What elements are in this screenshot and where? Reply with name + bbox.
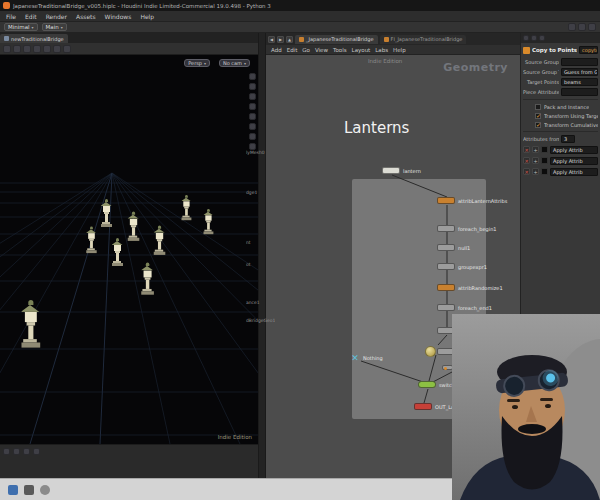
net-back-button[interactable]: ◀	[268, 36, 275, 43]
param-tab-icon-1[interactable]	[523, 35, 529, 41]
person-brow	[540, 398, 553, 401]
taskbar-app-icon-3[interactable]	[40, 485, 50, 495]
network-tab-2[interactable]: FI_JapaneseTraditionalBridge	[380, 35, 467, 44]
view-icon-1[interactable]	[249, 73, 256, 80]
multiparm-row-3: ✕ + Apply Attrib	[521, 166, 600, 177]
network-node-groupexpr1[interactable]: groupexpr1	[437, 263, 487, 270]
node-label: attribLanternAttribs	[458, 198, 507, 204]
net-menu-help[interactable]: Help	[393, 47, 406, 53]
select-tool-icon[interactable]	[3, 45, 11, 53]
window-title: JapaneseTraditionalBridge_v005.hiplc - H…	[13, 3, 271, 9]
persp-view-button[interactable]: Persp▾	[184, 59, 210, 67]
net-forward-button[interactable]: ▶	[277, 36, 284, 43]
net-menu-go[interactable]: Go	[302, 47, 310, 53]
source-group-field[interactable]	[561, 58, 598, 66]
taskbar-app-icon-1[interactable]	[8, 485, 18, 495]
node-body	[437, 284, 455, 291]
net-menu-edit[interactable]: Edit	[287, 47, 298, 53]
net-menu-labs[interactable]: Labs	[375, 47, 388, 53]
menu-help[interactable]: Help	[140, 13, 154, 20]
net-up-button[interactable]: ▲	[286, 36, 293, 43]
move-tool-icon[interactable]	[13, 45, 21, 53]
taskbar-app-icon-2[interactable]	[24, 485, 34, 495]
viewport-3d[interactable]: Persp▾ No cam▾ Indie Edition	[0, 55, 258, 444]
checkbox[interactable]: ✓	[535, 113, 541, 119]
network-tab-1[interactable]: _JapaneseTraditionalBridge	[295, 35, 378, 44]
remove-attr-button[interactable]: ✕	[523, 146, 530, 153]
desktop-dropdown-main[interactable]: Main▾	[42, 23, 67, 31]
apply-attr-dropdown[interactable]: Apply Attrib	[550, 168, 598, 176]
target-points-field[interactable]: beams	[561, 78, 598, 86]
lantern-model	[126, 212, 141, 244]
view-icon-6[interactable]	[249, 123, 256, 130]
network-node-lantern[interactable]: lantern	[382, 167, 421, 174]
view-icon-7[interactable]	[249, 133, 256, 140]
pane-divider[interactable]	[258, 33, 266, 478]
apply-attr-dropdown[interactable]: Apply Attrib	[550, 157, 598, 165]
network-node-attribLanternAttribs[interactable]: attribLanternAttribs	[437, 197, 507, 204]
menu-render[interactable]: Render	[46, 13, 67, 20]
network-node-null1[interactable]: null1	[437, 244, 470, 251]
view-icon-5[interactable]	[249, 113, 256, 120]
node-body	[437, 304, 455, 311]
attr-swatch[interactable]	[541, 146, 548, 153]
viewport-option-icon[interactable]	[63, 45, 71, 53]
node-label: groupexpr1	[458, 264, 487, 270]
net-menu-layout[interactable]: Layout	[352, 47, 371, 53]
node-body: ✕	[350, 353, 360, 363]
source-group-type-dropdown[interactable]: Guess from Group▾	[561, 68, 598, 76]
menu-assets[interactable]: Assets	[76, 13, 96, 20]
scale-tool-icon[interactable]	[33, 45, 41, 53]
menu-windows[interactable]: Windows	[105, 13, 132, 20]
toolbar-icon-1[interactable]	[568, 23, 576, 31]
checkbox[interactable]: ✓	[535, 104, 541, 110]
add-attr-button[interactable]: +	[532, 157, 539, 164]
viewport-pane-tab[interactable]: newTraditionalBridge	[0, 34, 68, 43]
bottom-pane-icon-1[interactable]	[3, 448, 10, 455]
checkbox[interactable]: ✓	[535, 122, 541, 128]
node-label: attribRandomize1	[458, 285, 503, 291]
add-attr-button[interactable]: +	[532, 146, 539, 153]
view-icon-2[interactable]	[249, 83, 256, 90]
net-menu-view[interactable]: View	[315, 47, 328, 53]
rotate-tool-icon[interactable]	[23, 45, 31, 53]
apply-attr-dropdown[interactable]: Apply Attrib	[550, 146, 598, 154]
bottom-pane-icon-2[interactable]	[13, 448, 20, 455]
view-icon-4[interactable]	[249, 103, 256, 110]
shelf-dropdown-minimal[interactable]: Minimal▾	[4, 23, 38, 31]
toolbar-icon-2[interactable]	[578, 23, 586, 31]
param-row-target-points: Target Points beams	[521, 77, 600, 87]
view-icon-8[interactable]	[249, 143, 256, 150]
lantern-model	[18, 300, 42, 351]
add-attr-button[interactable]: +	[532, 168, 539, 175]
node-name-field[interactable]: copytopoints1	[579, 46, 598, 54]
handles-tool-icon[interactable]	[43, 45, 51, 53]
snap-tool-icon[interactable]	[53, 45, 61, 53]
view-icon-3[interactable]	[249, 93, 256, 100]
menu-edit[interactable]: Edit	[25, 13, 37, 20]
remove-attr-button[interactable]: ✕	[523, 168, 530, 175]
param-tab-icon-2[interactable]	[531, 35, 537, 41]
bottom-pane-icon-4[interactable]	[33, 448, 40, 455]
param-tab-icon-3[interactable]	[539, 35, 545, 41]
network-node-foreach_end1[interactable]: foreach_end1	[437, 304, 492, 311]
camera-button[interactable]: No cam▾	[219, 59, 250, 67]
toolbar-icon-3[interactable]	[588, 23, 596, 31]
network-node-Nothing[interactable]: ✕Nothing	[350, 353, 383, 363]
remove-attr-button[interactable]: ✕	[523, 157, 530, 164]
attr-count-field[interactable]: 3	[561, 135, 575, 143]
attr-swatch[interactable]	[541, 168, 548, 175]
dropdown-value: Guess from Group	[564, 69, 598, 75]
attr-swatch[interactable]	[541, 157, 548, 164]
node-body	[418, 381, 436, 388]
piece-attribute-field[interactable]	[561, 88, 598, 96]
network-tab-2-label: FI_JapaneseTraditionalBridge	[391, 36, 463, 42]
network-node-attribRandomize1[interactable]: attribRandomize1	[437, 284, 503, 291]
bottom-pane-icon-3[interactable]	[23, 448, 30, 455]
viewport-tabrow: newTraditionalBridge	[0, 33, 258, 43]
menu-file[interactable]: File	[6, 13, 16, 20]
network-tabrow: ◀ ▶ ▲ _JapaneseTraditionalBridge FI_Japa…	[266, 33, 520, 45]
network-node-foreach_begin1[interactable]: foreach_begin1	[437, 225, 497, 232]
net-menu-add[interactable]: Add	[271, 47, 282, 53]
net-menu-tools[interactable]: Tools	[333, 47, 347, 53]
